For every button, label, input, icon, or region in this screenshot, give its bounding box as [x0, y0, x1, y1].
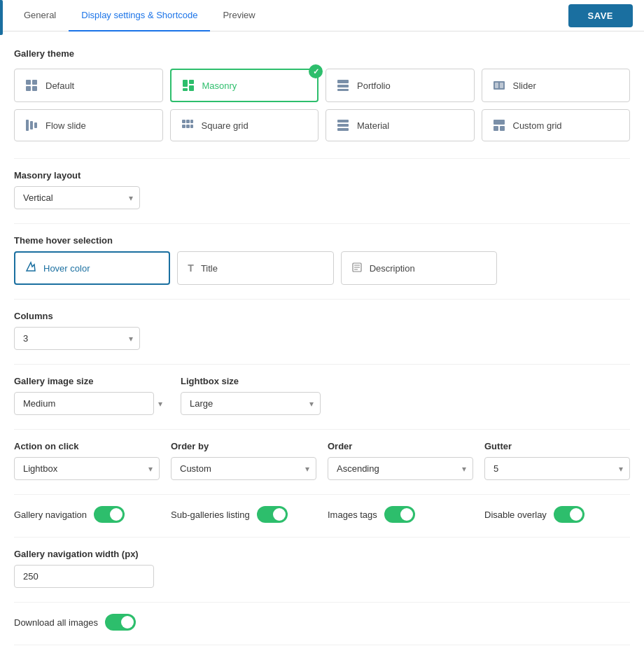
- masonry-layout-select[interactable]: Vertical Horizontal: [14, 186, 140, 209]
- download-row: Download all images: [14, 614, 630, 631]
- order-select[interactable]: AscendingDescending: [328, 457, 473, 480]
- order-label: Order: [328, 441, 473, 451]
- masonry-layout-select-wrap: Vertical Horizontal: [14, 186, 140, 209]
- action-on-click-section: Action on click LightboxLinkNone: [14, 441, 160, 480]
- svg-rect-15: [30, 121, 33, 129]
- disable-overlay-label: Disable overlay: [484, 510, 547, 520]
- lightbox-size-select[interactable]: SmallMediumLargeFull: [181, 392, 321, 415]
- svg-rect-17: [182, 120, 186, 123]
- lightbox-size-section: Lightbox size SmallMediumLargeFull: [181, 376, 336, 415]
- hover-color-card[interactable]: Hover color: [14, 251, 170, 285]
- images-tags-toggle[interactable]: [384, 506, 415, 523]
- svg-rect-16: [34, 122, 37, 128]
- theme-custom-grid[interactable]: Custom grid: [482, 109, 631, 141]
- gallery-navigation-label: Gallery navigation: [14, 510, 87, 520]
- columns-select-wrap: 123456: [14, 327, 140, 350]
- gallery-theme-section: Gallery theme Default Masonry: [14, 48, 630, 141]
- description-label: Description: [370, 263, 415, 274]
- material-icon: [336, 118, 350, 132]
- gallery-image-size-label: Gallery image size: [14, 376, 169, 386]
- svg-rect-6: [183, 88, 188, 91]
- order-wrap: AscendingDescending: [328, 457, 473, 480]
- theme-grid: Default Masonry Portfolio: [14, 69, 630, 141]
- theme-masonry-label: Masonry: [202, 80, 237, 91]
- sub-galleries-toggle-item: Sub-galleries listing: [171, 506, 316, 523]
- hover-selection-section: Theme hover selection Hover color T Titl…: [14, 235, 630, 285]
- flow-icon: [24, 118, 38, 132]
- theme-slider-label: Slider: [513, 80, 536, 91]
- gutter-label: Gutter: [484, 441, 630, 451]
- nav-width-label: Gallery navigation width (px): [14, 549, 630, 559]
- gallery-image-size-section: Gallery image size SmallMediumLarge: [14, 376, 169, 415]
- sub-galleries-toggle[interactable]: [257, 506, 288, 523]
- custom-grid-icon: [492, 118, 506, 132]
- portfolio-icon: [336, 78, 350, 92]
- svg-rect-3: [32, 86, 37, 91]
- title-icon: T: [188, 262, 194, 274]
- theme-masonry[interactable]: Masonry: [170, 69, 319, 102]
- description-card[interactable]: Description: [341, 251, 497, 285]
- svg-rect-25: [337, 128, 349, 131]
- svg-rect-4: [183, 80, 188, 87]
- theme-slider[interactable]: Slider: [482, 69, 631, 102]
- svg-rect-19: [190, 120, 193, 123]
- toggle-row: Gallery navigation Sub-galleries listing…: [14, 506, 630, 523]
- tab-display[interactable]: Display settings & Shortcode: [69, 0, 210, 31]
- svg-rect-1: [32, 80, 37, 85]
- gallery-theme-title: Gallery theme: [14, 48, 630, 59]
- theme-default[interactable]: Default: [14, 69, 163, 102]
- svg-rect-21: [186, 125, 190, 128]
- theme-default-label: Default: [46, 80, 74, 91]
- order-by-label: Order by: [171, 441, 316, 451]
- sub-galleries-label: Sub-galleries listing: [171, 510, 250, 520]
- columns-label: Columns: [14, 311, 630, 321]
- gallery-image-size-wrap: SmallMediumLarge: [14, 392, 169, 415]
- action-on-click-label: Action on click: [14, 441, 160, 451]
- theme-flow-label: Flow slide: [46, 120, 86, 131]
- action-on-click-select[interactable]: LightboxLinkNone: [14, 457, 160, 480]
- description-icon: [351, 262, 363, 275]
- download-all-label: Download all images: [14, 617, 98, 628]
- theme-flow-slide[interactable]: Flow slide: [14, 109, 163, 141]
- svg-rect-9: [337, 85, 349, 87]
- nav-width-input[interactable]: [14, 565, 154, 588]
- theme-custom-grid-label: Custom grid: [513, 120, 562, 131]
- columns-select[interactable]: 123456: [14, 327, 140, 350]
- svg-rect-22: [190, 125, 193, 128]
- lightbox-size-wrap: SmallMediumLargeFull: [181, 392, 321, 415]
- svg-rect-10: [337, 89, 349, 91]
- theme-square-grid[interactable]: Square grid: [170, 109, 319, 141]
- accent-bar: [0, 0, 3, 35]
- svg-rect-20: [182, 125, 186, 128]
- tab-preview[interactable]: Preview: [210, 0, 267, 31]
- images-tags-toggle-item: Images tags: [328, 506, 473, 523]
- square-grid-icon: [181, 118, 195, 132]
- hover-cards: Hover color T Title Description: [14, 251, 497, 285]
- size-row: Gallery image size SmallMediumLarge Ligh…: [14, 376, 336, 415]
- theme-material[interactable]: Material: [326, 109, 475, 141]
- tab-bar: General Display settings & Shortcode Pre…: [0, 0, 644, 31]
- gutter-select[interactable]: 025101520: [484, 457, 630, 480]
- svg-rect-7: [189, 85, 194, 91]
- theme-portfolio[interactable]: Portfolio: [326, 69, 475, 102]
- tab-general[interactable]: General: [11, 0, 69, 31]
- hover-selection-label: Theme hover selection: [14, 235, 630, 246]
- gallery-navigation-toggle[interactable]: [94, 506, 125, 523]
- order-by-select[interactable]: CustomDateTitleRandom: [171, 457, 316, 480]
- svg-rect-18: [186, 120, 190, 123]
- nav-width-section: Gallery navigation width (px): [14, 549, 630, 588]
- title-label: Title: [201, 263, 218, 274]
- slider-icon: [492, 78, 506, 92]
- svg-rect-5: [189, 80, 194, 84]
- svg-rect-14: [26, 120, 29, 131]
- title-card[interactable]: T Title: [177, 251, 333, 285]
- masonry-icon: [181, 78, 195, 92]
- svg-rect-8: [337, 80, 349, 83]
- svg-rect-27: [493, 126, 498, 131]
- gutter-wrap: 025101520: [484, 457, 630, 480]
- gallery-image-size-select[interactable]: SmallMediumLarge: [14, 392, 154, 415]
- disable-overlay-toggle[interactable]: [554, 506, 584, 523]
- save-button[interactable]: SAVE: [568, 4, 633, 27]
- theme-square-label: Square grid: [202, 120, 248, 131]
- download-all-toggle[interactable]: [105, 614, 136, 631]
